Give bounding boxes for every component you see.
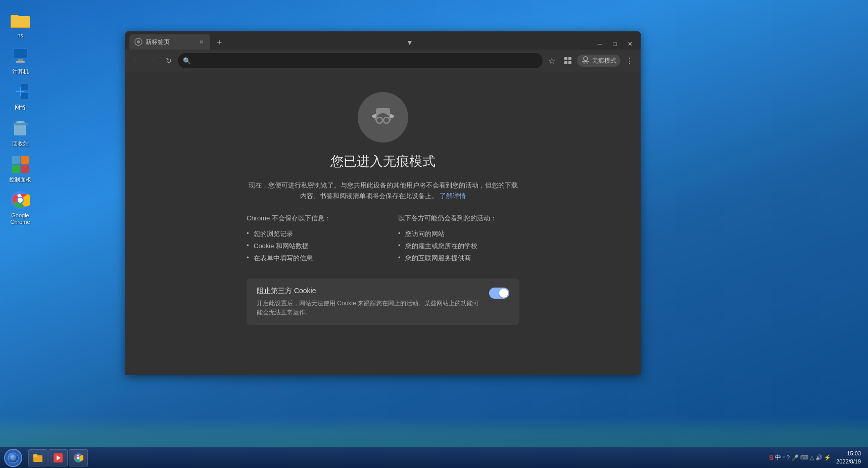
start-orb (4, 449, 22, 467)
navigation-bar: ← → ↻ 🔍 ☆ (125, 50, 641, 72)
start-button[interactable] (0, 447, 26, 468)
svg-rect-25 (564, 57, 567, 60)
menu-button[interactable]: ⋮ (622, 54, 637, 68)
new-tab-button[interactable]: + (212, 35, 226, 50)
tab-bar: 新标签页 ✕ + ▼ ─ □ ✕ (125, 31, 641, 50)
cookie-block-text: 阻止第三方 Cookie 开启此设置后，网站无法使用 Cookie 来跟踪您在网… (257, 287, 483, 317)
desktop-icons: ns 计算机 (0, 0, 40, 236)
clock-date: 2022/8/19 (836, 458, 861, 465)
svg-rect-8 (21, 84, 28, 90)
svg-rect-6 (16, 61, 25, 63)
list-item: 您的互联网服务提供商 (398, 252, 519, 264)
computer-icon (10, 46, 30, 66)
minimize-button[interactable]: ─ (593, 38, 606, 50)
taskbar-file-explorer[interactable] (28, 449, 47, 466)
svg-rect-10 (21, 93, 28, 99)
svg-point-22 (18, 198, 23, 203)
svg-point-31 (583, 62, 586, 64)
help-icon: ? (786, 454, 790, 461)
clock-time: 15:03 (836, 450, 861, 457)
desktop-icon-computer[interactable]: 计算机 (2, 44, 38, 77)
chrome-icon (10, 190, 30, 210)
tab-favicon (134, 38, 142, 46)
incognito-hero-icon (358, 92, 408, 143)
browser-window: 新标签页 ✕ + ▼ ─ □ ✕ ← → ↻ 🔍 (125, 31, 641, 375)
svg-point-24 (137, 40, 140, 43)
incognito-description: 现在，您便可进行私密浏览了。与您共用此设备的其他用户将不会看到您的活动，但您的下… (247, 180, 519, 202)
still-visible-column: 以下各方可能仍会看到您的活动： 您访问的网站 您的雇主或您所在的学校 您的互联网… (398, 214, 519, 264)
svg-rect-4 (14, 49, 27, 58)
address-bar[interactable]: 🔍 (178, 53, 543, 68)
svg-rect-13 (13, 123, 28, 125)
desktop-icon-network[interactable]: 网络 (2, 80, 38, 113)
lang-indicator[interactable]: 中 (775, 453, 781, 462)
tab-close-button[interactable]: ✕ (197, 38, 205, 46)
desktop-icon-computer-label: 计算机 (12, 68, 29, 75)
svg-point-50 (77, 456, 80, 459)
incognito-hero: 您已进入无痕模式 现在，您便可进行私密浏览了。与您共用此设备的其他用户将不会看到… (247, 92, 519, 325)
desktop-icon-recycle-label: 回收站 (12, 141, 29, 147)
close-button[interactable]: ✕ (623, 38, 637, 50)
desktop-icon-control[interactable]: 控制面板 (2, 152, 38, 185)
file-explorer-icon (33, 453, 43, 463)
sogou-icon: S (769, 454, 774, 461)
list-item: Cookie 和网站数据 (247, 240, 368, 252)
list-item: 在表单中填写的信息 (247, 252, 368, 264)
reload-button[interactable]: ↻ (162, 54, 176, 68)
taskbar-chrome[interactable] (69, 449, 88, 466)
desktop-icon-chrome-label: Google Chrome (4, 212, 36, 225)
svg-rect-14 (18, 121, 22, 123)
svg-rect-26 (568, 57, 571, 60)
tab-title: 新标签页 (146, 38, 194, 46)
network-icon (10, 82, 30, 102)
browser-content: 您已进入无痕模式 现在，您便可进行私密浏览了。与您共用此设备的其他用户将不会看到… (125, 72, 641, 375)
cookie-block-title: 阻止第三方 Cookie (257, 287, 483, 296)
list-item: 您的雇主或您所在的学校 (398, 240, 519, 252)
svg-point-29 (584, 57, 588, 61)
volume-icon: 🔊 (815, 454, 823, 461)
svg-rect-9 (13, 93, 20, 99)
cookie-block-description: 开启此设置后，网站无法使用 Cookie 来跟踪您在网上的活动。某些网站上的功能… (257, 299, 483, 317)
address-input[interactable] (194, 57, 538, 65)
svg-rect-27 (564, 61, 567, 64)
svg-rect-15 (12, 156, 20, 164)
desktop-icon-network-label: 网络 (15, 104, 26, 111)
cookie-block-toggle[interactable] (489, 288, 509, 299)
taskbar-clock[interactable]: 15:03 2022/8/19 (833, 450, 864, 465)
desktop-icon-recycle[interactable]: 回收站 (2, 116, 38, 149)
cookie-block-box: 阻止第三方 Cookie 开启此设置后，网站无法使用 Cookie 来跟踪您在网… (247, 278, 519, 325)
bookmark-button[interactable]: ☆ (545, 54, 559, 68)
desktop: ns 计算机 (0, 0, 868, 468)
not-saved-title: Chrome 不会保存以下信息： (247, 214, 368, 223)
list-item: 您访问的网站 (398, 228, 519, 240)
taskbar: S 中 ° ? 🎤 ⌨ △ 🔊 ⚡ 15:03 2022/8/19 (0, 447, 868, 468)
extensions-button[interactable] (561, 54, 575, 68)
desktop-icon-chrome[interactable]: Google Chrome (2, 188, 38, 227)
incognito-badge[interactable]: 无痕模式 (577, 55, 620, 67)
desktop-icon-ns[interactable]: ns (2, 8, 38, 41)
tab-dropdown-button[interactable]: ▼ (403, 35, 417, 50)
maximize-button[interactable]: □ (608, 38, 621, 50)
keyboard-icon: ⌨ (800, 454, 808, 461)
list-item: 您的浏览记录 (247, 228, 368, 240)
svg-point-42 (10, 455, 16, 461)
still-visible-list: 您访问的网站 您的雇主或您所在的学校 您的互联网服务提供商 (398, 228, 519, 264)
taskbar-items (26, 447, 765, 468)
learn-more-link[interactable]: 了解详情 (440, 192, 466, 200)
recycle-icon (10, 118, 30, 138)
taskbar-media-player[interactable] (49, 449, 68, 466)
not-saved-list: 您的浏览记录 Cookie 和网站数据 在表单中填写的信息 (247, 228, 368, 264)
forward-button[interactable]: → (146, 54, 160, 68)
svg-rect-7 (13, 84, 20, 90)
toggle-knob (499, 289, 508, 298)
network-tray-icon: △ (810, 454, 814, 461)
svg-rect-16 (21, 156, 29, 164)
taskbar-chrome-icon (73, 453, 83, 463)
desktop-icon-control-label: 控制面板 (9, 176, 31, 183)
svg-rect-2 (11, 16, 30, 27)
desktop-icon-ns-label: ns (17, 32, 23, 39)
taskbar-tray: S 中 ° ? 🎤 ⌨ △ 🔊 ⚡ (769, 453, 831, 462)
active-tab[interactable]: 新标签页 ✕ (129, 34, 210, 50)
back-button[interactable]: ← (129, 54, 143, 68)
incognito-title: 您已进入无痕模式 (330, 153, 436, 170)
